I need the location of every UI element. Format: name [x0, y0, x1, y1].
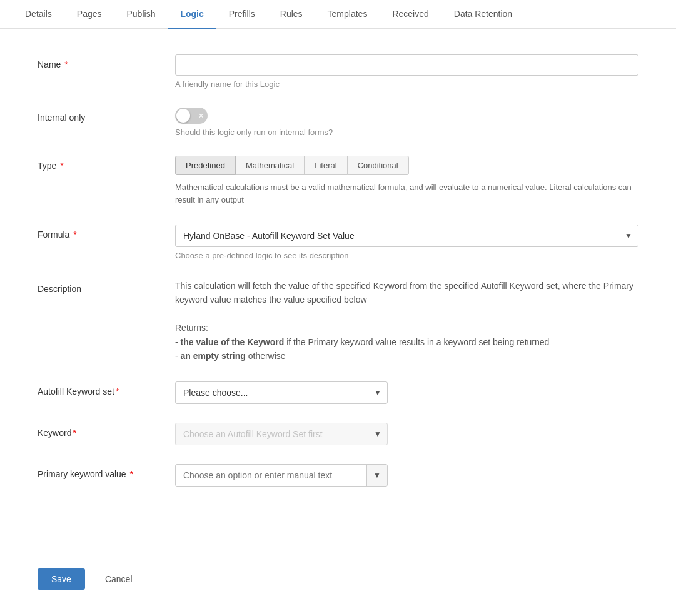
- keyword-label: Keyword*: [38, 423, 175, 438]
- description-label: Description: [38, 279, 175, 294]
- autofill-select[interactable]: Please choose...: [175, 381, 388, 404]
- name-hint: A friendly name for this Logic: [175, 79, 638, 89]
- nav-item-rules[interactable]: Rules: [268, 0, 315, 29]
- primary-keyword-dropdown-button[interactable]: ▼: [366, 465, 387, 486]
- main-content: Name * A friendly name for this Logic In…: [0, 29, 676, 530]
- footer-buttons: Save Cancel: [0, 556, 676, 602]
- nav-item-logic[interactable]: Logic: [168, 0, 216, 29]
- primary-keyword-label: Primary keyword value *: [38, 464, 175, 479]
- keyword-select-wrapper: Choose an Autofill Keyword Set first ▼: [175, 423, 388, 445]
- description-line1-bold: the value of the Keyword: [181, 337, 285, 347]
- name-label: Name *: [38, 54, 175, 69]
- type-hint: Mathematical calculations must be a vali…: [175, 181, 638, 206]
- description-line2-bold: an empty string: [181, 351, 246, 361]
- description-row: Description This calculation will fetch …: [38, 279, 638, 363]
- type-btn-mathematical[interactable]: Mathematical: [235, 156, 305, 175]
- toggle-x-icon: ✕: [198, 112, 204, 120]
- internal-only-toggle[interactable]: ✕: [175, 108, 208, 124]
- formula-select[interactable]: Hyland OnBase - Autofill Keyword Set Val…: [175, 225, 638, 247]
- type-btn-literal[interactable]: Literal: [304, 156, 347, 175]
- nav-item-publish[interactable]: Publish: [114, 0, 168, 29]
- keyword-row: Keyword* Choose an Autofill Keyword Set …: [38, 423, 638, 445]
- type-label: Type *: [38, 156, 175, 171]
- description-line2-suffix: otherwise: [246, 351, 286, 361]
- autofill-select-wrapper: Please choose... ▼: [175, 381, 388, 404]
- formula-label: Formula *: [38, 225, 175, 240]
- description-line1-dash: -: [175, 337, 181, 347]
- internal-only-hint: Should this logic only run on internal f…: [175, 128, 638, 137]
- type-row: Type * Predefined Mathematical Literal C…: [38, 156, 638, 206]
- keyword-select[interactable]: Choose an Autofill Keyword Set first: [175, 423, 388, 445]
- formula-hint: Choose a pre-defined logic to see its de…: [175, 251, 638, 260]
- nav-item-pages[interactable]: Pages: [64, 0, 114, 29]
- description-line2-dash: -: [175, 351, 181, 361]
- type-btn-conditional[interactable]: Conditional: [347, 156, 409, 175]
- primary-keyword-chevron-icon: ▼: [373, 471, 381, 480]
- internal-only-row: Internal only ✕ Should this logic only r…: [38, 108, 638, 137]
- nav-item-details[interactable]: Details: [13, 0, 64, 29]
- footer-divider: [0, 537, 676, 537]
- autofill-row: Autofill Keyword set* Please choose... ▼: [38, 381, 638, 404]
- description-line1-suffix: if the Primary keyword value results in …: [284, 337, 549, 347]
- top-nav: DetailsPagesPublishLogicPrefillsRulesTem…: [0, 0, 676, 29]
- primary-keyword-combo: ▼: [175, 464, 388, 487]
- internal-only-label: Internal only: [38, 108, 175, 123]
- name-input[interactable]: [175, 54, 638, 76]
- primary-keyword-input[interactable]: [176, 465, 366, 486]
- name-row: Name * A friendly name for this Logic: [38, 54, 638, 89]
- primary-keyword-row: Primary keyword value * ▼: [38, 464, 638, 487]
- autofill-label: Autofill Keyword set*: [38, 381, 175, 396]
- nav-item-received[interactable]: Received: [380, 0, 441, 29]
- cancel-button[interactable]: Cancel: [95, 568, 143, 590]
- description-returns: Returns:: [175, 323, 208, 333]
- type-buttons: Predefined Mathematical Literal Conditio…: [175, 156, 638, 175]
- type-btn-predefined[interactable]: Predefined: [175, 156, 236, 175]
- save-button[interactable]: Save: [38, 568, 85, 590]
- toggle-thumb: [176, 109, 190, 123]
- nav-item-data-retention[interactable]: Data Retention: [441, 0, 525, 29]
- nav-item-prefills[interactable]: Prefills: [216, 0, 268, 29]
- formula-row: Formula * Hyland OnBase - Autofill Keywo…: [38, 225, 638, 260]
- formula-select-wrapper: Hyland OnBase - Autofill Keyword Set Val…: [175, 225, 638, 247]
- nav-item-templates[interactable]: Templates: [315, 0, 380, 29]
- description-text1: This calculation will fetch the value of…: [175, 281, 633, 305]
